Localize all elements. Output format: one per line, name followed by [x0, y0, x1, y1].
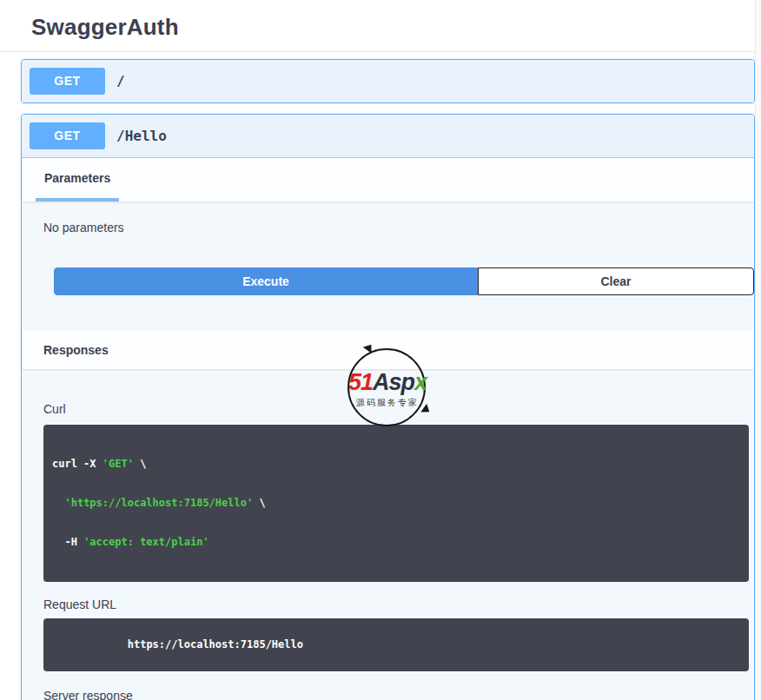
- vertical-scrollbar[interactable]: [755, 0, 761, 700]
- opblock-summary-hello[interactable]: GET /Hello: [22, 115, 754, 158]
- get-method-badge: GET: [30, 122, 105, 149]
- execute-row: Execute Clear: [22, 267, 754, 330]
- 51aspx-watermark-logo: 51Aspx 源码服务专家: [331, 346, 444, 433]
- swagger-page: SwaggerAuth GET / GET /Hello Parameters: [0, 0, 761, 700]
- clear-button[interactable]: Clear: [478, 267, 754, 295]
- parameters-section-header: Parameters: [22, 158, 754, 201]
- server-response-label: Server response: [43, 689, 749, 700]
- opblock-get-root: GET /: [21, 59, 755, 103]
- no-parameters-text: No parameters: [22, 201, 754, 267]
- execute-button[interactable]: Execute: [54, 267, 478, 295]
- endpoint-path-root: /: [116, 73, 125, 89]
- watermark-logo-text: 51Aspx: [331, 369, 444, 396]
- watermark-subtitle: 源码服务专家: [331, 397, 444, 409]
- curl-command[interactable]: curl -X 'GET' \ 'https://localhost:7185/…: [43, 425, 749, 582]
- curl-line: -H 'accept: text/plain': [52, 536, 740, 549]
- get-method-badge: GET: [30, 68, 105, 95]
- opblock-summary-root[interactable]: GET /: [22, 60, 754, 102]
- tab-parameters[interactable]: Parameters: [36, 158, 119, 201]
- responses-title: Responses: [43, 343, 109, 357]
- curl-line: 'https://localhost:7185/Hello' \: [52, 497, 740, 510]
- endpoint-path-hello: /Hello: [116, 128, 167, 144]
- curl-line: curl -X 'GET' \: [52, 458, 740, 471]
- api-info-header: SwaggerAuth: [0, 0, 761, 52]
- page-title: SwaggerAuth: [31, 14, 761, 41]
- tab-parameters-label: Parameters: [44, 171, 110, 185]
- request-url-value[interactable]: https://localhost:7185/Hello: [43, 618, 749, 671]
- request-url-label: Request URL: [43, 598, 749, 611]
